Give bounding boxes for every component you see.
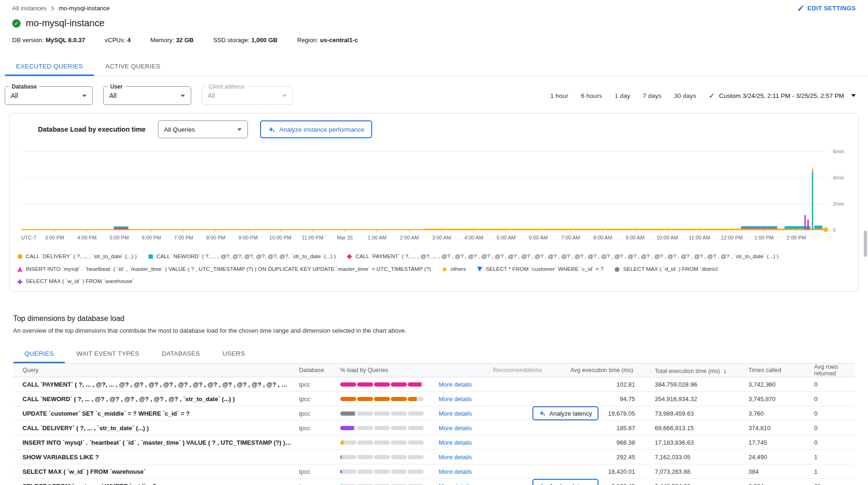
column-header-label[interactable]: Times called xyxy=(748,367,781,373)
sparkle-icon xyxy=(539,483,546,485)
check-icon: ✓ xyxy=(709,91,715,100)
recommendations-cell: Analyze latency xyxy=(493,406,570,420)
total-execution-time-cell: 69,666,913.15 xyxy=(655,425,748,432)
avg-execution-time-cell: 19,678.05 xyxy=(570,410,641,417)
meta-value: 1,000 GB xyxy=(251,37,277,44)
load-bar-segment xyxy=(374,397,390,401)
tab-active-queries[interactable]: ACTIVE QUERIES xyxy=(94,57,172,76)
load-bar-segment xyxy=(391,382,407,387)
legend-item-call-neword[interactable]: CALL `NEWORD` ( ?, ... , @?, @?, @?, @?,… xyxy=(148,253,336,261)
load-bar-segment xyxy=(357,470,373,474)
time-range-option-7-days[interactable]: 7 days xyxy=(643,92,661,99)
more-details-link[interactable]: More details xyxy=(439,410,472,417)
avg-execution-time-cell: 102.81 xyxy=(570,381,641,388)
time-range-option-1-hour[interactable]: 1 hour xyxy=(550,92,568,99)
column-header-label[interactable]: Avg execution time (ms) xyxy=(570,367,633,373)
load-bar-segment xyxy=(374,440,390,445)
dimension-tab-databases[interactable]: DATABASES xyxy=(150,344,211,363)
more-details-link[interactable]: More details xyxy=(439,454,472,461)
vertical-scrollbar[interactable] xyxy=(864,231,867,257)
dimension-tab-users[interactable]: USERS xyxy=(211,344,256,363)
query-dimension-select[interactable]: All Queries xyxy=(158,120,248,138)
column-header-label[interactable]: Database xyxy=(299,367,324,373)
tab-executed-queries[interactable]: EXECUTED QUERIES xyxy=(5,57,94,76)
legend-item-call-delivery[interactable]: CALL `DELIVERY` ( ?, ... , `str_to_date`… xyxy=(17,253,137,261)
load-bar-segment xyxy=(340,397,356,401)
x-tick-label: 4:00 AM xyxy=(464,235,483,240)
legend-item-select-max-w-id-fr[interactable]: SELECT MAX ( `w_id` ) FROM `warehouse` xyxy=(17,277,134,286)
legend-item-select-max-d-id-fr[interactable]: SELECT MAX ( `d_id` ) FROM `district` xyxy=(614,265,719,274)
instance-title-row: ✓ mo-mysql-instance xyxy=(12,18,856,29)
breadcrumb-all-instances[interactable]: All instances xyxy=(12,5,46,12)
database-filter[interactable]: Database All xyxy=(5,86,93,105)
x-tick-label: 6:00 PM xyxy=(142,235,161,240)
sort-descending-icon[interactable]: ↓ xyxy=(723,366,727,374)
database-filter-label: Database xyxy=(9,83,39,90)
x-tick-label: 5:00 AM xyxy=(497,235,516,240)
query-cell: CALL `NEWORD` ( ?, ... , @? , @? , @? , … xyxy=(13,395,299,403)
more-details-link[interactable]: More details xyxy=(439,468,472,475)
more-details-link[interactable]: More details xyxy=(439,483,472,485)
analyze-instance-performance-button[interactable]: Analyze instance performance xyxy=(260,120,373,138)
x-tick-label: 9:00 PM xyxy=(239,235,258,240)
custom-time-range[interactable]: ✓ Custom 3/24/25, 2:11 PM - 3/25/25, 2:5… xyxy=(709,91,856,100)
y-tick-label: 2min xyxy=(833,201,844,207)
column-header-label[interactable]: Recommendations xyxy=(493,367,542,373)
legend-label: CALL `NEWORD` ( ?, ... , @?, @?, @?, @?,… xyxy=(157,253,336,261)
legend-item-others[interactable]: others xyxy=(442,265,466,274)
table-row: INSERT INTO `mysql` . `heartbeat` ( `id`… xyxy=(13,435,855,450)
x-tick-label: 1:00 PM xyxy=(755,235,774,240)
more-details-link[interactable]: More details xyxy=(439,425,472,432)
more-details-link[interactable]: More details xyxy=(439,395,472,403)
instance-meta-vcpus: vCPUs:4 xyxy=(105,37,131,44)
avg-rows-returned-cell: 0 xyxy=(814,425,855,432)
avg-rows-returned-cell: 0 xyxy=(814,439,855,446)
table-row: UPDATE `customer` SET `c_middle` = ? WHE… xyxy=(13,406,855,421)
time-range-option-30-days[interactable]: 30 days xyxy=(674,92,696,99)
load-spike xyxy=(804,215,806,230)
chevron-right-icon xyxy=(49,5,56,12)
database-cell: tpcc xyxy=(299,381,340,388)
legend-label: INSERT INTO `mysql` . `heartbeat` ( `id`… xyxy=(26,265,431,274)
load-spike xyxy=(812,172,813,230)
more-details-link[interactable]: More details xyxy=(439,439,472,446)
x-axis-timezone-label: UTC-7 xyxy=(21,235,36,240)
instance-meta-ssd-storage: SSD storage:1,000 GB xyxy=(213,37,277,44)
time-range-option-6-hours[interactable]: 6 hours xyxy=(581,92,602,99)
database-filter-value: All xyxy=(11,92,18,99)
meta-value: us-central1-c xyxy=(320,37,358,44)
database-load-card: Database Load by execution time All Quer… xyxy=(9,113,859,292)
sparkle-icon xyxy=(539,410,546,417)
dimension-tab-wait-event-types[interactable]: WAIT EVENT TYPES xyxy=(65,344,150,363)
legend-label: SELECT * FROM `customer` WHERE `c_id` = … xyxy=(486,265,603,274)
load-cluster xyxy=(741,226,777,228)
more-details-link[interactable]: More details xyxy=(439,381,472,388)
page-title: mo-mysql-instance xyxy=(26,18,105,29)
column-header-label[interactable]: % load by Queries xyxy=(340,367,388,373)
total-execution-time-cell: 354,916,934.32 xyxy=(655,395,748,403)
times-called-cell: 24,490 xyxy=(748,454,814,461)
column-header-label[interactable]: Total execution time (ms) xyxy=(655,368,720,374)
times-called-cell: 384 xyxy=(748,468,814,475)
load-bar-segment xyxy=(357,440,373,445)
x-tick-label: Mar 25 xyxy=(337,235,353,240)
legend-item-insert-into-mysql-h[interactable]: INSERT INTO `mysql` . `heartbeat` ( `id`… xyxy=(17,265,431,274)
column-header-label[interactable]: Avg rows returned xyxy=(814,364,838,377)
legend-marker-pentagon-icon xyxy=(614,267,620,272)
legend-item-select-from-customer[interactable]: SELECT * FROM `customer` WHERE `c_id` = … xyxy=(477,265,603,274)
times-called-cell: 374,810 xyxy=(748,425,814,432)
legend-item-call-payment[interactable]: CALL `PAYMENT` ( ?, ... , @?, ... , @? ,… xyxy=(347,253,778,261)
dimension-tab-queries[interactable]: QUERIES xyxy=(13,344,65,363)
table-row: CALL `DELIVERY` ( ?, ... , `str_to_date`… xyxy=(13,421,855,435)
column-header-label[interactable]: Query xyxy=(22,367,38,373)
avg-rows-returned-cell: 1 xyxy=(814,468,855,475)
times-called-cell: 3,742,360 xyxy=(748,381,814,388)
chart-legend: CALL `DELIVERY` ( ?, ... , `str_to_date`… xyxy=(10,252,858,289)
time-range-option-1-day[interactable]: 1 day xyxy=(614,92,630,99)
query-cell: SELECT MAX ( `w_id` ) FROM `warehouse` xyxy=(13,468,299,475)
load-bar-segment xyxy=(408,411,424,416)
edit-settings-button[interactable]: EDIT SETTINGS xyxy=(797,5,856,12)
legend-marker-star-icon xyxy=(442,267,447,272)
load-cluster xyxy=(814,225,822,228)
user-filter[interactable]: User All xyxy=(103,86,191,105)
